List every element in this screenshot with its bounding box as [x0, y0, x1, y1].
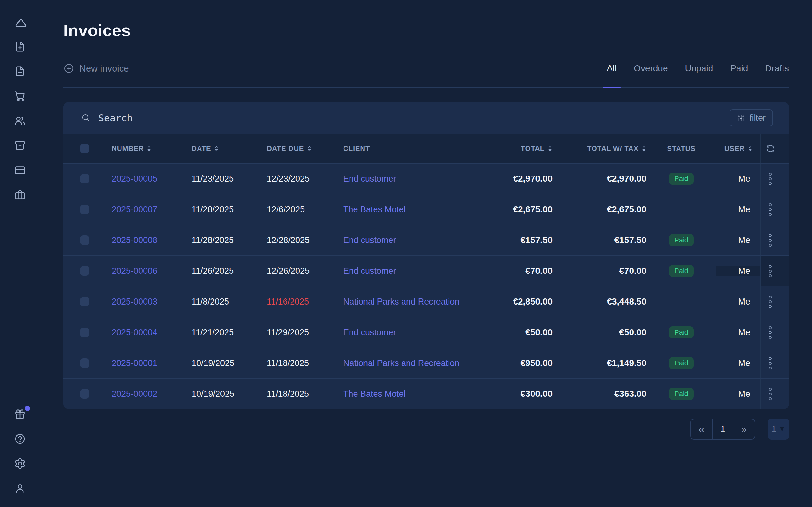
column-label: STATUS	[667, 145, 696, 153]
invoice-date: 10/19/2025	[192, 358, 235, 368]
sidebar-item-file-minus[interactable]	[13, 65, 27, 77]
table-row: 2025-00002 10/19/2025 11/18/2025 The Bat…	[63, 378, 789, 409]
invoice-due-date-cell: 12/23/2025	[267, 174, 343, 184]
user-cell: Me	[716, 358, 760, 368]
row-menu-button[interactable]	[767, 294, 774, 310]
total-cell: €70.00	[492, 266, 553, 276]
row-actions-cell	[760, 348, 789, 378]
row-checkbox[interactable]	[80, 174, 90, 183]
total-cell: €50.00	[492, 327, 553, 337]
refresh-button[interactable]	[766, 144, 775, 153]
user-label: Me	[738, 266, 750, 276]
tab-label: Paid	[730, 63, 748, 73]
sidebar-item-gift[interactable]	[13, 408, 27, 420]
page-title: Invoices	[63, 21, 789, 40]
header-select-cell	[80, 144, 112, 153]
user-cell: Me	[716, 174, 760, 184]
total-cell: €157.50	[492, 235, 553, 245]
client-link[interactable]: End customer	[343, 266, 396, 276]
sidebar-item-shopping-cart[interactable]	[13, 90, 27, 102]
row-menu-button[interactable]	[767, 232, 774, 248]
total-amount: €50.00	[525, 327, 553, 337]
invoice-number-link[interactable]: 2025-00004	[112, 328, 157, 337]
sidebar-item-logo-triangle[interactable]	[13, 16, 27, 28]
column-header-number[interactable]: NUMBER	[112, 145, 192, 153]
row-checkbox[interactable]	[80, 266, 90, 276]
row-checkbox[interactable]	[80, 328, 90, 337]
table-row: 2025-00001 10/19/2025 11/18/2025 Nationa…	[63, 348, 789, 378]
tab-paid[interactable]: Paid	[722, 63, 757, 73]
search-icon	[81, 113, 91, 123]
next-page-button[interactable]: »	[733, 419, 755, 439]
client-link[interactable]: End customer	[343, 328, 396, 337]
row-checkbox[interactable]	[80, 297, 90, 306]
row-menu-button[interactable]	[767, 171, 774, 187]
user-icon	[14, 482, 26, 494]
row-menu-button[interactable]	[767, 202, 774, 218]
client-link[interactable]: National Parks and Recreation	[343, 358, 459, 368]
column-header-total[interactable]: TOTAL	[492, 145, 553, 153]
invoice-date: 11/26/2025	[192, 266, 234, 276]
search-input[interactable]	[98, 112, 384, 124]
client-link[interactable]: National Parks and Recreation	[343, 297, 459, 307]
invoice-due-date: 12/6/2025	[267, 205, 305, 215]
invoice-number-link[interactable]: 2025-00002	[112, 389, 157, 399]
client-link[interactable]: The Bates Motel	[343, 205, 406, 215]
row-checkbox[interactable]	[80, 358, 90, 368]
total-with-tax-amount: €50.00	[619, 327, 647, 337]
sidebar-item-file-plus[interactable]	[13, 41, 27, 53]
total-amount: €300.00	[520, 389, 553, 399]
column-header-date_due[interactable]: DATE DUE	[267, 145, 343, 153]
total-with-tax-cell: €70.00	[553, 266, 647, 276]
client-link[interactable]: The Bates Motel	[343, 389, 406, 399]
invoice-number-link[interactable]: 2025-00006	[112, 266, 157, 276]
invoice-number-link[interactable]: 2025-00005	[112, 174, 157, 184]
prev-page-button[interactable]: «	[691, 419, 712, 439]
file-plus-icon	[14, 41, 26, 53]
sidebar-item-credit-card[interactable]	[13, 164, 27, 176]
sidebar-item-users[interactable]	[13, 115, 27, 127]
row-checkbox[interactable]	[80, 389, 90, 399]
row-menu-button[interactable]	[767, 263, 774, 279]
row-select-cell	[80, 389, 112, 399]
filter-button[interactable]: filter	[729, 109, 773, 126]
column-header-user[interactable]: USER	[716, 145, 760, 153]
row-menu-button[interactable]	[767, 386, 774, 402]
tab-overdue[interactable]: Overdue	[625, 63, 676, 73]
total-amount: €2,970.00	[513, 174, 553, 184]
status-badge: Paid	[669, 357, 694, 369]
client-link[interactable]: End customer	[343, 174, 396, 184]
row-actions-cell	[760, 317, 789, 348]
row-checkbox[interactable]	[80, 205, 90, 214]
column-header-date[interactable]: DATE	[192, 145, 267, 153]
total-with-tax-cell: €2,675.00	[553, 205, 647, 215]
tab-all[interactable]: All	[598, 63, 625, 73]
caret-down-icon: ▼	[778, 425, 785, 433]
tab-drafts[interactable]: Drafts	[757, 63, 789, 73]
tab-unpaid[interactable]: Unpaid	[676, 63, 722, 73]
total-with-tax-cell: €50.00	[553, 327, 647, 337]
invoice-number-link[interactable]: 2025-00007	[112, 205, 157, 215]
user-cell: Me	[716, 266, 760, 276]
client-link[interactable]: End customer	[343, 235, 396, 245]
row-checkbox[interactable]	[80, 235, 90, 245]
column-header-total_tax[interactable]: TOTAL W/ TAX	[553, 145, 647, 153]
invoice-number-link[interactable]: 2025-00001	[112, 358, 157, 368]
user-label: Me	[738, 205, 750, 215]
row-menu-button[interactable]	[767, 325, 774, 341]
sidebar-item-briefcase[interactable]	[13, 189, 27, 201]
invoice-due-date-cell: 11/18/2025	[267, 358, 343, 368]
sidebar-item-user[interactable]	[13, 482, 27, 494]
row-menu-button[interactable]	[767, 355, 774, 372]
invoice-date: 11/28/2025	[192, 235, 234, 245]
invoice-number-link[interactable]: 2025-00003	[112, 297, 157, 307]
new-invoice-button[interactable]: New invoice	[63, 63, 129, 74]
client-cell: The Bates Motel	[343, 389, 492, 399]
user-cell: Me	[716, 235, 760, 245]
sidebar-item-settings[interactable]	[13, 458, 27, 469]
sidebar-item-help-circle[interactable]	[13, 433, 27, 445]
invoice-number-link[interactable]: 2025-00008	[112, 235, 157, 245]
page-size-select[interactable]: 1 ▼	[768, 418, 789, 440]
select-all-checkbox[interactable]	[80, 144, 90, 153]
sidebar-item-archive[interactable]	[13, 139, 27, 152]
